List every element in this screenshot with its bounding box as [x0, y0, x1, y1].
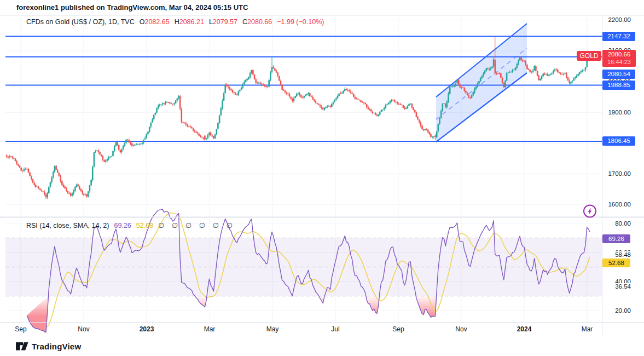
candle-body	[446, 101, 448, 107]
candle-body	[338, 94, 340, 96]
candle-body	[416, 112, 417, 117]
candle-body	[61, 181, 63, 185]
candle-body	[349, 90, 350, 91]
candle-body	[64, 187, 66, 189]
candle-body	[188, 127, 190, 127]
candle-body	[292, 99, 293, 101]
candle-body	[229, 87, 230, 89]
candle-body	[475, 87, 477, 89]
candle-body	[442, 104, 444, 111]
candle-body	[103, 160, 105, 162]
rsi-scale-label: 80.00	[604, 220, 631, 227]
candle-body	[462, 88, 464, 88]
candle-body	[7, 157, 9, 158]
candle-body	[366, 105, 368, 108]
candle-body	[386, 104, 388, 105]
candle-body	[96, 151, 98, 151]
tradingview-snapshot: forexonline1 published on TradingView.co…	[0, 0, 644, 356]
candle-body	[63, 185, 65, 187]
lightning-icon[interactable]	[588, 208, 592, 215]
candle-body	[469, 97, 471, 98]
symbol-title: CFDs on Gold (US$ / OZ), 1D, TVC	[26, 18, 135, 26]
candle-body	[191, 127, 193, 128]
candle-body	[567, 77, 569, 81]
candle-body	[413, 107, 414, 110]
candle-body	[329, 106, 331, 107]
candle-body	[481, 76, 483, 78]
candle-body	[449, 87, 451, 94]
candle-body	[232, 90, 234, 93]
candle-body	[357, 99, 359, 99]
candle-body	[294, 96, 296, 98]
time-axis-label: Mar	[204, 325, 216, 333]
time-axis-label: Jul	[331, 325, 339, 333]
rsi-ma-value: 52.68	[136, 222, 153, 229]
chart-canvas[interactable]	[0, 15, 644, 336]
candle-body	[277, 72, 279, 76]
candle-body	[351, 93, 353, 94]
rsi-value-badge: 69.26	[602, 234, 630, 243]
candle-body	[140, 144, 142, 145]
candle-body	[360, 100, 362, 102]
candle-body	[55, 166, 57, 170]
candle-body	[39, 189, 41, 191]
candle-body	[405, 108, 407, 109]
candle-body	[214, 134, 216, 139]
candle-body	[25, 169, 26, 169]
candle-body	[216, 129, 218, 134]
candle-body	[465, 91, 467, 93]
candle-body	[224, 84, 226, 93]
candle-body	[533, 66, 535, 71]
candle-body	[302, 97, 304, 98]
rsi-value: 69.26	[114, 222, 131, 229]
chart-area[interactable]: 2200.002100.002000.001900.001800.001700.…	[0, 15, 644, 336]
candle-body	[251, 70, 252, 73]
price-scale-label: 1700.00	[604, 170, 631, 177]
candle-body	[522, 60, 524, 61]
candle-body	[456, 80, 458, 83]
candle-body	[203, 138, 205, 139]
candle-body	[92, 167, 94, 180]
candle-body	[531, 72, 532, 72]
candle-body	[187, 125, 188, 127]
candle-body	[22, 170, 24, 171]
candle-body	[334, 100, 335, 102]
ohlc-high: H2086.21	[175, 18, 204, 26]
current-price-value: 2080.66	[602, 50, 636, 59]
candle-body	[504, 81, 506, 88]
candle-body	[460, 85, 461, 88]
candle-body	[162, 104, 164, 105]
candle-body	[257, 83, 258, 84]
tradingview-logo-icon[interactable]	[16, 342, 28, 351]
candle-body	[263, 84, 264, 85]
candle-body	[425, 129, 426, 130]
candle-body	[115, 142, 117, 146]
candle-body	[98, 151, 100, 152]
candle-body	[201, 137, 203, 137]
candle-body	[303, 96, 305, 98]
candle-body	[553, 71, 554, 73]
candle-body	[499, 73, 501, 74]
candle-body	[219, 116, 221, 123]
candle-body	[429, 132, 431, 134]
candle-body	[54, 166, 56, 172]
candle-body	[53, 172, 54, 177]
candle-body	[42, 191, 44, 192]
candle-body	[68, 193, 70, 194]
candle-body	[318, 104, 320, 105]
candle-body	[314, 99, 315, 101]
price-scale-label: 2200.00	[604, 16, 631, 24]
candle-body	[290, 97, 292, 99]
candle-body	[537, 71, 538, 76]
candle-body	[353, 94, 355, 97]
candle-body	[243, 82, 245, 84]
candle-body	[142, 143, 143, 144]
candle-body	[369, 109, 370, 110]
tradingview-brand-text[interactable]: TradingView	[32, 342, 81, 351]
candle-body	[280, 81, 282, 84]
candle-body	[246, 79, 248, 81]
ohlc-close: C2080.66	[242, 18, 272, 26]
candle-body	[364, 103, 366, 104]
candle-body	[394, 100, 396, 101]
candle-body	[519, 58, 521, 61]
